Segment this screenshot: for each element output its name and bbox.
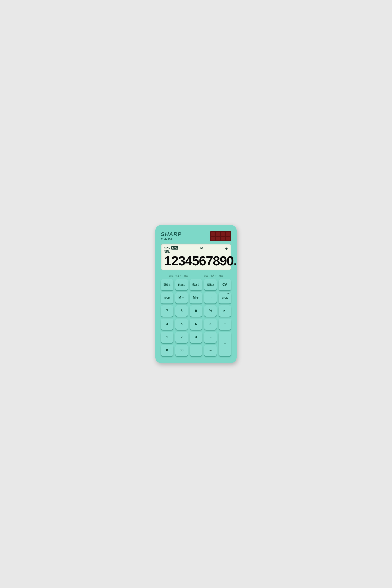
solar-cell	[221, 232, 226, 236]
clear-all-button[interactable]: CA	[218, 279, 231, 290]
one-button[interactable]: 1	[161, 332, 174, 343]
solar-cell	[216, 232, 220, 236]
divide-button[interactable]: ÷	[218, 318, 231, 330]
brand-name: SHARP	[161, 231, 182, 237]
tax-ex-2-button[interactable]: 税抜２	[204, 279, 217, 290]
percent-button[interactable]: %	[204, 306, 217, 316]
six-button[interactable]: 6	[190, 318, 202, 330]
display-top-row: 10% 税率1	[164, 246, 178, 250]
solar-panel	[210, 231, 231, 241]
display-number: 1234567890.	[164, 254, 228, 267]
decimal-button[interactable]: ．	[190, 345, 202, 356]
top-row: SHARP EL-M336	[161, 231, 231, 241]
tax-hint-right: 設定…税率２…確認	[204, 274, 223, 277]
nine-button[interactable]: 9	[190, 306, 202, 316]
tax-hint-row: 設定…税率１…確認 設定…税率２…確認	[161, 274, 231, 277]
tax-rate-box: 税率1	[171, 246, 178, 250]
zero-button[interactable]: 0	[161, 345, 174, 356]
tax-in-1-button[interactable]: 税込１	[161, 279, 174, 290]
rcm-button[interactable]: R·CM	[161, 292, 174, 304]
equals-button[interactable]: ＝	[204, 345, 217, 356]
cce-button[interactable]: ON C·CE	[218, 292, 231, 304]
minus-button[interactable]: －	[204, 332, 217, 343]
tax-hint-left: 設定…税率１…確認	[169, 274, 188, 277]
solar-cell	[216, 236, 220, 241]
solar-cell	[211, 236, 215, 241]
on-label: ON	[228, 293, 230, 295]
brand-area: SHARP EL-M336	[161, 231, 182, 241]
solar-cell	[226, 232, 230, 236]
two-button[interactable]: 2	[175, 332, 188, 343]
five-button[interactable]: 5	[175, 318, 188, 330]
multiply-button[interactable]: ×	[204, 318, 217, 330]
m-plus-button[interactable]: M＋	[190, 292, 202, 304]
tax-rate-indicator: 10%	[164, 246, 170, 250]
buttons-grid: 税込１ 税抜１ 税込２ 税抜２ CA R·CM M－ M＋ → ON C·CE …	[161, 279, 231, 356]
display-indicators: 10% 税率1 税込 M +	[164, 246, 228, 254]
plus-minus-button[interactable]: +/－	[218, 306, 231, 316]
four-button[interactable]: 4	[161, 318, 174, 330]
display-left-indicators: 10% 税率1 税込	[164, 246, 178, 254]
tax-in-2-button[interactable]: 税込２	[190, 279, 202, 290]
back-button[interactable]: →	[204, 292, 217, 304]
tax-ex-1-button[interactable]: 税抜１	[175, 279, 188, 290]
solar-cell	[226, 236, 230, 241]
eight-button[interactable]: 8	[175, 306, 188, 316]
plus-indicator: +	[225, 246, 228, 251]
model-name: EL-M336	[161, 238, 182, 241]
plus-button[interactable]: ＋	[218, 332, 231, 356]
zei-indicator: 税込	[164, 250, 178, 254]
seven-button[interactable]: 7	[161, 306, 174, 316]
m-minus-button[interactable]: M－	[175, 292, 188, 304]
double-zero-button[interactable]: 00	[175, 345, 188, 356]
cce-label: C·CE	[222, 296, 228, 299]
solar-cell	[211, 232, 215, 236]
calculator-body: SHARP EL-M336 10% 税率1 税込 M + 1	[156, 225, 236, 363]
solar-cell	[221, 236, 226, 241]
display-screen: 10% 税率1 税込 M + 1234567890.	[161, 244, 231, 270]
three-button[interactable]: 3	[190, 332, 202, 343]
memory-indicator: M	[178, 246, 225, 250]
